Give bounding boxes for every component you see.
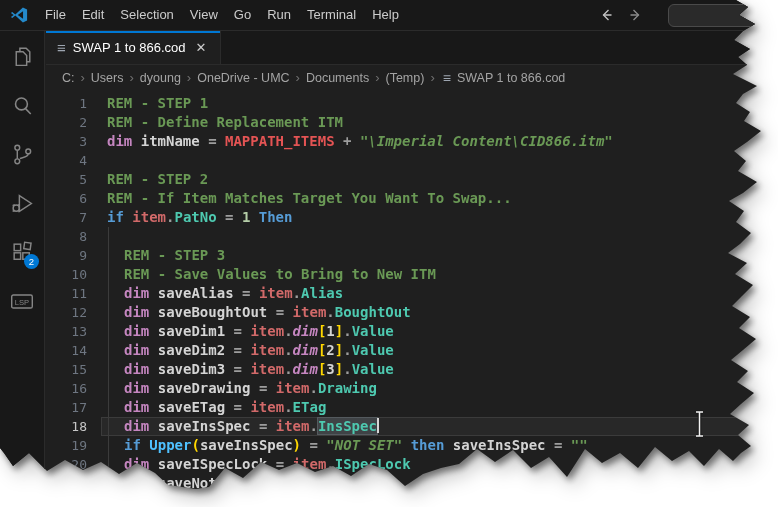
code-line[interactable]: 12dim saveBoughtOut = item.BoughtOut (46, 303, 778, 322)
menu-item-selection[interactable]: Selection (112, 0, 181, 30)
breadcrumb-item[interactable]: Documents (305, 71, 370, 85)
code-content[interactable]: dim saveDim3 = item.dim[3].Value (101, 360, 778, 379)
code-line[interactable]: 20dim saveISpecLock = item.ISpecLock (46, 455, 778, 474)
line-number[interactable]: 9 (46, 246, 101, 265)
line-number[interactable]: 14 (46, 341, 101, 360)
line-number[interactable]: 18 (46, 417, 101, 436)
code-content[interactable] (101, 151, 778, 170)
code-content[interactable]: dim itmName = MAPPATH_ITEMS + "\Imperial… (101, 132, 778, 151)
tab-swap-file[interactable]: SWAP 1 to 866.cod ✕ (46, 31, 221, 64)
code-line[interactable]: 3dim itmName = MAPPATH_ITEMS + "\Imperia… (46, 132, 778, 151)
line-number[interactable]: 20 (46, 455, 101, 474)
code-content[interactable]: if item.PatNo = 1 Then (101, 208, 778, 227)
code-line[interactable]: 8 (46, 227, 778, 246)
explorer-icon[interactable] (9, 43, 35, 69)
tab-close-icon[interactable]: ✕ (193, 38, 210, 57)
breadcrumb-item[interactable]: C: (61, 71, 76, 85)
code-content[interactable]: dim saveInsSpec = item.InsSpec (101, 417, 778, 436)
activity-bar: 2 LSP (0, 31, 45, 507)
code-line[interactable]: 10REM - Save Values to Bring to New ITM (46, 265, 778, 284)
code-content[interactable] (101, 227, 778, 246)
line-number[interactable]: 16 (46, 379, 101, 398)
breadcrumb-item[interactable]: dyoung (139, 71, 182, 85)
back-arrow-icon[interactable] (598, 7, 614, 23)
code-line[interactable]: 5REM - STEP 2 (46, 170, 778, 189)
code-token: . (309, 418, 317, 434)
line-number[interactable]: 12 (46, 303, 101, 322)
forward-arrow-icon[interactable] (628, 7, 644, 23)
code-line[interactable]: 17dim saveETag = item.ETag (46, 398, 778, 417)
line-number[interactable]: 15 (46, 360, 101, 379)
line-number[interactable]: 5 (46, 170, 101, 189)
menu-item-view[interactable]: View (182, 0, 226, 30)
code-content[interactable]: dim saveBoughtOut = item.BoughtOut (101, 303, 778, 322)
line-number[interactable]: 17 (46, 398, 101, 417)
menu-item-go[interactable]: Go (226, 0, 259, 30)
code-token: item (259, 475, 293, 491)
code-line[interactable]: 14dim saveDim2 = item.dim[2].Value (46, 341, 778, 360)
code-content[interactable]: dim saveISpecLock = item.ISpecLock (101, 455, 778, 474)
command-center-searchbox[interactable] (668, 4, 778, 27)
code-content[interactable]: REM - Save Values to Bring to New ITM (101, 265, 778, 284)
source-control-icon[interactable] (9, 141, 35, 167)
line-number[interactable]: 8 (46, 227, 101, 246)
code-line[interactable]: 18dim saveInsSpec = item.InsSpec (46, 417, 778, 436)
code-content[interactable]: REM - STEP 2 (101, 170, 778, 189)
code-content[interactable]: REM - If Item Matches Target You Want To… (101, 189, 778, 208)
line-number[interactable]: 4 (46, 151, 101, 170)
search-icon[interactable] (9, 92, 35, 118)
code-line[interactable]: 1REM - STEP 1 (46, 94, 778, 113)
breadcrumb-item[interactable]: (Temp) (385, 71, 426, 85)
menu-item-edit[interactable]: Edit (74, 0, 112, 30)
menu-item-terminal[interactable]: Terminal (299, 0, 364, 30)
menu-item-help[interactable]: Help (364, 0, 407, 30)
code-editor[interactable]: 1REM - STEP 12REM - Define Replacement I… (46, 90, 778, 507)
line-number[interactable]: 11 (46, 284, 101, 303)
extensions-icon[interactable]: 2 (9, 239, 35, 265)
code-token: saveAlias (158, 285, 242, 301)
code-token: if (107, 209, 132, 225)
code-line[interactable]: dim saveNotes = item.Notes (46, 474, 778, 493)
code-content[interactable]: dim saveDim2 = item.dim[2].Value (101, 341, 778, 360)
code-line[interactable]: 6REM - If Item Matches Target You Want T… (46, 189, 778, 208)
code-token: saveDim2 (158, 342, 234, 358)
code-line[interactable]: 16dim saveDrawing = item.Drawing (46, 379, 778, 398)
code-content[interactable]: REM - STEP 1 (101, 94, 778, 113)
code-content[interactable]: REM - STEP 3 (101, 246, 778, 265)
code-content[interactable]: dim saveETag = item.ETag (101, 398, 778, 417)
breadcrumb-file[interactable]: SWAP 1 to 866.cod (456, 71, 566, 85)
run-debug-icon[interactable] (9, 190, 35, 216)
line-number[interactable]: 6 (46, 189, 101, 208)
breadcrumb-item[interactable]: Users (90, 71, 125, 85)
line-number[interactable]: 13 (46, 322, 101, 341)
menu-item-file[interactable]: File (37, 0, 74, 30)
line-number[interactable]: 7 (46, 208, 101, 227)
code-line[interactable]: 9REM - STEP 3 (46, 246, 778, 265)
code-line[interactable]: 13dim saveDim1 = item.dim[1].Value (46, 322, 778, 341)
code-content[interactable]: dim saveDrawing = item.Drawing (101, 379, 778, 398)
code-token: dim (124, 380, 158, 396)
line-number[interactable]: 19 (46, 436, 101, 455)
indent-guide (108, 436, 109, 455)
code-content[interactable]: dim saveDim1 = item.dim[1].Value (101, 322, 778, 341)
code-line[interactable]: 11dim saveAlias = item.Alias (46, 284, 778, 303)
menu-item-run[interactable]: Run (259, 0, 299, 30)
code-line[interactable]: 7if item.PatNo = 1 Then (46, 208, 778, 227)
breadcrumb-item[interactable]: OneDrive - UMC (196, 71, 290, 85)
code-line[interactable]: 2REM - Define Replacement ITM (46, 113, 778, 132)
code-line[interactable]: 4 (46, 151, 778, 170)
code-content[interactable]: dim saveNotes = item.Notes (101, 474, 778, 493)
code-content[interactable]: if Upper(saveInsSpec) = "NOT SET" then s… (101, 436, 778, 455)
line-number[interactable]: 10 (46, 265, 101, 284)
line-number[interactable]: 2 (46, 113, 101, 132)
line-number[interactable]: 3 (46, 132, 101, 151)
code-content[interactable]: REM - Define Replacement ITM (101, 113, 778, 132)
code-token: . (343, 342, 351, 358)
line-number[interactable]: 1 (46, 94, 101, 113)
code-content[interactable]: dim saveAlias = item.Alias (101, 284, 778, 303)
code-line[interactable]: 19if Upper(saveInsSpec) = "NOT SET" then… (46, 436, 778, 455)
lsp-extension-icon[interactable]: LSP (9, 288, 35, 314)
code-line[interactable]: 15dim saveDim3 = item.dim[3].Value (46, 360, 778, 379)
line-number[interactable] (46, 474, 101, 493)
code-token: dim (124, 361, 158, 377)
